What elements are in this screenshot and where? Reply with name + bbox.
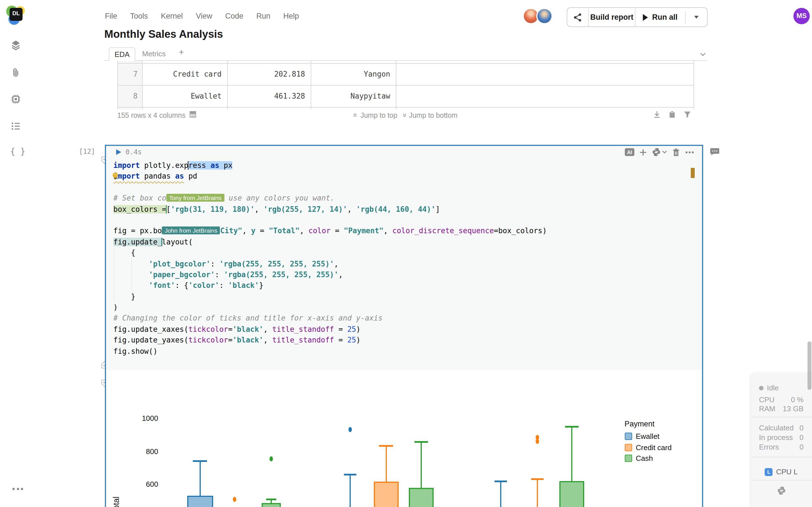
code-line[interactable]: import plotly.express as px <box>113 160 547 171</box>
box <box>187 496 213 507</box>
code-line[interactable]: # Set box coTony from JetBrains use any … <box>113 193 547 204</box>
code-cell: 0.4s AI import plotly.express as pximpor… <box>105 145 703 507</box>
table-row[interactable]: 8Ewallet461.328Naypyitaw <box>118 85 694 107</box>
scrollbar-thumb[interactable] <box>808 341 811 390</box>
table-row-partial[interactable] <box>118 61 694 63</box>
whisker-cap <box>193 460 207 462</box>
status-dot-icon <box>759 386 763 390</box>
menu-item-kernel[interactable]: Kernel <box>161 12 183 20</box>
warning-stripe[interactable] <box>691 168 695 178</box>
box <box>409 488 434 507</box>
user-avatar[interactable]: MS <box>794 8 810 24</box>
boxplot-output: 1000800600TotalPaymentEwalletCredit card… <box>106 370 702 507</box>
code-line[interactable]: import pandas as pd <box>113 171 547 182</box>
y-axis-title: Total <box>111 497 120 507</box>
legend-item-credit-card[interactable]: Credit card <box>624 443 672 452</box>
attachments-icon[interactable] <box>10 66 21 78</box>
code-line[interactable]: 'plot_bgcolor': 'rgba(255, 255, 255, 255… <box>113 258 547 269</box>
menu-item-file[interactable]: File <box>105 12 117 20</box>
cpu-value: 0 % <box>791 395 804 404</box>
y-tick-label: 600 <box>124 480 158 489</box>
quickfix-bulb-icon[interactable] <box>111 172 119 180</box>
comment-icon[interactable] <box>710 148 719 158</box>
row-index-cell: 8 <box>118 86 143 107</box>
run-options-dropdown[interactable] <box>686 8 707 26</box>
warning-underline: import pandas as <box>113 172 184 180</box>
play-icon <box>643 14 648 20</box>
code-line[interactable] <box>113 215 547 226</box>
code-line[interactable]: fig.show() <box>113 346 547 356</box>
cell-more-icon[interactable] <box>685 151 694 154</box>
code-line[interactable]: box_colors =['rgb(31, 119, 180)', 'rgb(2… <box>113 204 547 215</box>
add-cell-icon[interactable] <box>640 149 647 156</box>
cell-toolbar: AI <box>625 148 694 157</box>
menu-item-tools[interactable]: Tools <box>130 12 148 20</box>
code-line[interactable]: fig.update_xaxes(tickcolor='black', titl… <box>113 324 547 335</box>
code-line[interactable]: fig.update_yaxes(tickcolor='black', titl… <box>113 335 547 346</box>
filter-icon[interactable] <box>683 110 691 120</box>
table-cell <box>396 61 694 63</box>
table-grid-icon[interactable] <box>190 111 196 119</box>
code-line[interactable]: 'font': {'color': 'black'} <box>113 280 547 291</box>
cell-output: 1000800600TotalPaymentEwalletCredit card… <box>106 370 702 507</box>
share-button[interactable] <box>567 8 588 26</box>
y-tick-label: 800 <box>124 447 158 455</box>
environment-icon[interactable] <box>10 94 21 105</box>
selection-highlight: ress as px <box>188 161 233 170</box>
code-line[interactable]: fig.update_layout( <box>113 236 547 247</box>
code-content[interactable]: import plotly.express as pximport pandas… <box>113 160 547 356</box>
sidebar-more-icon[interactable] <box>12 488 23 490</box>
machine-type[interactable]: LCPU L <box>759 467 804 476</box>
legend-item-ewallet[interactable]: Ewallet <box>624 432 672 441</box>
python-environment-icon[interactable] <box>759 486 804 495</box>
errors-value: 0 <box>800 443 804 452</box>
notebooks-icon[interactable] <box>10 40 21 51</box>
delete-cell-icon[interactable] <box>672 148 680 156</box>
report-run-button-group: Build report Run all <box>567 7 708 27</box>
jump-to-top-link[interactable]: « Jump to top <box>354 111 397 119</box>
build-report-button[interactable]: Build report <box>589 8 635 26</box>
legend-item-cash[interactable]: Cash <box>624 454 672 462</box>
menu-item-code[interactable]: Code <box>225 12 244 20</box>
jump-to-bottom-link[interactable]: « Jump to bottom <box>402 111 458 119</box>
table-summary: 155 rows x 4 columns <box>117 111 186 119</box>
run-all-button[interactable]: Run all <box>636 8 685 26</box>
add-tab-button[interactable]: + <box>179 47 184 57</box>
legend-title: Payment <box>624 420 672 428</box>
copy-clipboard-icon[interactable] <box>668 110 676 120</box>
code-editor[interactable]: 0.4s AI import plotly.express as pximpor… <box>106 146 702 370</box>
menu-item-view[interactable]: View <box>196 12 212 20</box>
table-row[interactable]: 7Credit card202.818Yangon <box>118 63 694 85</box>
table-cell <box>311 61 396 63</box>
download-icon[interactable] <box>653 110 661 120</box>
calculated-row: Calculated0 <box>759 424 804 433</box>
datalore-logo[interactable]: DL <box>6 5 27 25</box>
table-cell <box>143 61 228 63</box>
ai-assistant-icon[interactable]: AI <box>625 148 635 156</box>
chevron-double-up-icon: « <box>351 113 360 117</box>
dataframe-table[interactable]: 7Credit card202.818Yangon8Ewallet461.328… <box>117 61 694 109</box>
whisker-cap <box>414 441 428 443</box>
code-line[interactable]: # Changing the color of ticks and title … <box>113 313 547 324</box>
code-line[interactable]: fig = px.boJohn from JetBrainsCity", y =… <box>113 226 547 237</box>
menu-item-help[interactable]: Help <box>283 12 299 20</box>
tab-metrics[interactable]: Metrics <box>142 50 166 58</box>
code-line[interactable]: { <box>113 247 547 258</box>
python-kernel-icon[interactable] <box>652 148 667 157</box>
run-cell-icon[interactable] <box>116 149 121 155</box>
chevron-down-icon <box>694 16 699 18</box>
table-row-partial[interactable] <box>118 107 694 109</box>
code-line[interactable]: ) <box>113 302 547 313</box>
menu-item-run[interactable]: Run <box>256 12 270 20</box>
variables-icon[interactable]: { } <box>10 147 21 158</box>
calculated-value: 0 <box>800 424 804 433</box>
table-cell <box>396 86 694 107</box>
code-line[interactable]: 'paper_bgcolor': 'rgba(255, 255, 255, 25… <box>113 269 547 280</box>
code-line[interactable]: } <box>113 291 547 302</box>
collapse-chevron-icon[interactable] <box>699 50 707 60</box>
collaborator-avatar-2[interactable] <box>536 8 553 24</box>
code-line[interactable] <box>113 182 547 193</box>
tab-eda[interactable]: EDA <box>109 47 135 61</box>
whisker-cap <box>565 426 578 427</box>
outline-icon[interactable] <box>10 121 21 132</box>
